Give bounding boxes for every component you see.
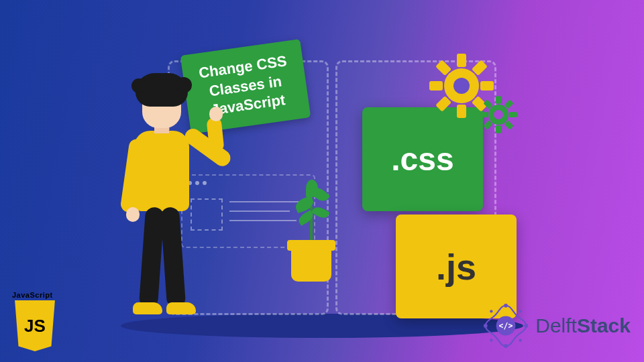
- svg-rect-13: [480, 112, 488, 117]
- svg-rect-17: [483, 99, 492, 109]
- brand-badge-icon: </>: [482, 302, 530, 350]
- svg-rect-4: [480, 81, 494, 90]
- js-shield-icon: JS: [12, 300, 58, 351]
- svg-rect-6: [435, 96, 451, 112]
- svg-text:</>: </>: [499, 321, 513, 330]
- brand-name: DelftStack: [535, 314, 631, 337]
- svg-rect-12: [496, 125, 501, 133]
- svg-point-28: [490, 339, 492, 341]
- svg-point-24: [504, 344, 508, 348]
- js-logo-label: JavaScript: [12, 291, 66, 299]
- js-card-label: .js: [436, 246, 476, 288]
- css-card-label: .css: [391, 141, 453, 178]
- svg-rect-15: [504, 99, 514, 109]
- brand-logo: </> DelftStack: [482, 302, 631, 350]
- svg-point-27: [519, 339, 522, 341]
- svg-rect-1: [457, 54, 466, 67]
- person-illustration: [113, 77, 213, 318]
- plant-illustration: [291, 248, 331, 282]
- svg-rect-14: [509, 112, 517, 117]
- svg-rect-16: [483, 121, 492, 130]
- svg-point-23: [525, 324, 529, 328]
- svg-rect-7: [435, 60, 451, 76]
- svg-point-29: [490, 310, 492, 312]
- svg-point-22: [504, 304, 508, 308]
- svg-point-26: [519, 310, 522, 312]
- svg-rect-5: [472, 60, 488, 76]
- svg-point-19: [494, 110, 503, 119]
- svg-point-25: [484, 324, 488, 328]
- javascript-logo: JavaScript JS: [12, 291, 66, 351]
- svg-rect-11: [496, 96, 501, 104]
- gear-icon-small: [479, 95, 518, 134]
- svg-rect-3: [429, 81, 443, 90]
- svg-rect-2: [457, 105, 466, 118]
- svg-rect-18: [504, 121, 514, 130]
- svg-point-9: [453, 78, 470, 94]
- css-card: .css: [362, 107, 483, 211]
